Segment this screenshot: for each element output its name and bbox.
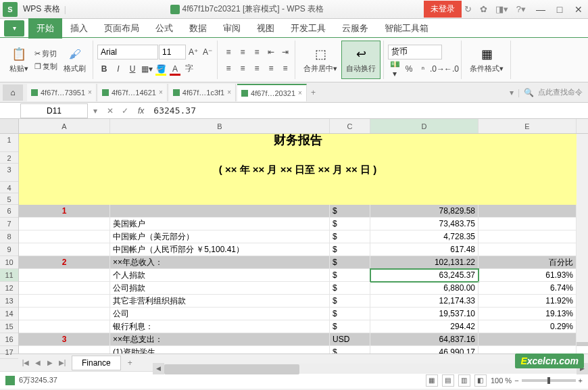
- cell-A6[interactable]: 1: [19, 205, 110, 218]
- cell-D10[interactable]: 102,131.22: [370, 256, 479, 269]
- doc-tab[interactable]: 4f67f…73951×: [27, 84, 97, 101]
- cell-B11[interactable]: 个人捐款: [110, 269, 330, 282]
- cell-A8[interactable]: [19, 230, 110, 243]
- cell-A16[interactable]: 3: [19, 333, 110, 346]
- menu-插入[interactable]: 插入: [62, 18, 96, 39]
- cell-D11[interactable]: 63,245.37: [370, 269, 479, 282]
- menu-开始[interactable]: 开始: [28, 18, 62, 39]
- cell-E13[interactable]: 11.92%: [479, 295, 577, 308]
- sheet-prev-button[interactable]: ◀: [32, 359, 43, 366]
- cell-C9[interactable]: $: [330, 243, 370, 256]
- doc-tab[interactable]: 4f67f…1c3f1×: [169, 84, 236, 101]
- cell-C7[interactable]: $: [330, 218, 370, 230]
- sync-icon[interactable]: ↻: [462, 3, 474, 16]
- search-command-input[interactable]: 点此查找命令: [538, 87, 583, 97]
- font-color-button[interactable]: A: [168, 62, 182, 76]
- indent-left-button[interactable]: ⇤: [264, 45, 278, 59]
- search-icon[interactable]: 🔍: [524, 88, 534, 97]
- formula-input[interactable]: 63245.37: [149, 105, 588, 116]
- merge-center-button[interactable]: ⬚ 合并居中▾: [299, 41, 341, 79]
- table-row[interactable]: 个人捐款$63,245.3761.93%: [19, 269, 588, 282]
- paste-button[interactable]: 📋 粘贴▾: [5, 45, 32, 75]
- minimize-button[interactable]: —: [531, 2, 550, 17]
- skin-icon[interactable]: ◨▾: [493, 3, 511, 16]
- row-header-6[interactable]: 6: [0, 205, 18, 218]
- decrease-font-button[interactable]: A⁻: [201, 45, 214, 59]
- cell-A7[interactable]: [19, 218, 110, 230]
- cell-B14[interactable]: 公司: [110, 308, 330, 320]
- cell-A14[interactable]: [19, 308, 110, 320]
- cell-D15[interactable]: 294.42: [370, 320, 479, 333]
- row-header-15[interactable]: 15: [0, 320, 18, 333]
- cut-button[interactable]: ✂剪切: [32, 48, 59, 59]
- cell-A11[interactable]: [19, 269, 110, 282]
- align-bottom-button[interactable]: ≡: [250, 45, 264, 59]
- row-header-17[interactable]: 17: [0, 346, 18, 359]
- align-center-button[interactable]: ≡: [236, 62, 249, 75]
- cell-E7[interactable]: [479, 218, 577, 230]
- sheet-first-button[interactable]: |◀: [20, 359, 31, 366]
- row-header-4[interactable]: 4: [0, 182, 18, 193]
- row-header-16[interactable]: 16: [0, 333, 18, 346]
- home-tab-icon[interactable]: ⌂: [3, 84, 23, 101]
- add-tab-button[interactable]: +: [307, 88, 320, 97]
- help-icon[interactable]: ?▾: [514, 3, 529, 16]
- cell-C12[interactable]: $: [330, 282, 370, 295]
- row-header-12[interactable]: 12: [0, 282, 18, 295]
- currency-button[interactable]: 💵▾: [388, 62, 401, 76]
- row-header-13[interactable]: 13: [0, 295, 18, 308]
- doc-tab[interactable]: 4f67f…14621×: [98, 84, 168, 101]
- cell-E11[interactable]: 61.93%: [479, 269, 577, 282]
- col-header-B[interactable]: B: [110, 119, 330, 133]
- table-row[interactable]: 美国账户$73,483.75: [19, 218, 588, 230]
- cancel-edit-button[interactable]: ✕: [103, 103, 118, 118]
- zoom-slider[interactable]: [522, 379, 576, 382]
- login-badge[interactable]: 未登录: [424, 1, 462, 18]
- phonetic-button[interactable]: 字: [182, 62, 196, 76]
- row-header-7[interactable]: 7: [0, 218, 18, 230]
- cell-A17[interactable]: [19, 346, 110, 354]
- align-top-button[interactable]: ≡: [222, 45, 235, 59]
- cell-A12[interactable]: [19, 282, 110, 295]
- cell-E12[interactable]: 6.74%: [479, 282, 577, 295]
- cell-C8[interactable]: $: [330, 230, 370, 243]
- cell-B7[interactable]: 美国账户: [110, 218, 330, 230]
- menu-页面布局[interactable]: 页面布局: [96, 18, 147, 39]
- confirm-edit-button[interactable]: ✓: [118, 103, 132, 118]
- fx-icon[interactable]: fx: [132, 106, 149, 116]
- table-row[interactable]: 中国账户（美元部分）$4,728.35: [19, 230, 588, 243]
- cell-D7[interactable]: 73,483.75: [370, 218, 479, 230]
- cell-D13[interactable]: 12,174.33: [370, 295, 479, 308]
- cell-A13[interactable]: [19, 295, 110, 308]
- cell-B10[interactable]: ××年总收入：: [110, 256, 330, 269]
- align-middle-button[interactable]: ≡: [236, 45, 249, 59]
- file-menu-icon[interactable]: ▾: [4, 20, 24, 36]
- border-button[interactable]: ▦▾: [140, 62, 153, 76]
- fill-color-button[interactable]: 🪣: [154, 62, 168, 76]
- number-format-select[interactable]: [388, 45, 442, 59]
- menu-公式[interactable]: 公式: [147, 18, 181, 39]
- close-tab-icon[interactable]: ×: [88, 89, 92, 96]
- zoom-in-button[interactable]: +: [579, 376, 583, 385]
- cell-D9[interactable]: 617.48: [370, 243, 479, 256]
- cell-B15[interactable]: 银行利息：: [110, 320, 330, 333]
- row-header-5[interactable]: 5: [0, 193, 18, 205]
- normal-view-button[interactable]: ▦: [426, 374, 438, 387]
- cell-D16[interactable]: 64,837.16: [370, 333, 479, 346]
- col-header-C[interactable]: C: [330, 119, 370, 133]
- zoom-out-button[interactable]: −: [514, 376, 518, 385]
- cell-C16[interactable]: USD: [330, 333, 370, 346]
- cell-E8[interactable]: [479, 230, 577, 243]
- table-row[interactable]: 公司$19,537.1019.13%: [19, 308, 588, 320]
- settings-icon[interactable]: ✿: [477, 3, 490, 16]
- namebox-dropdown[interactable]: ▾: [88, 103, 103, 118]
- table-row[interactable]: 银行利息：$294.420.29%: [19, 320, 588, 333]
- cell-E6[interactable]: [479, 205, 577, 218]
- menu-云服务[interactable]: 云服务: [334, 18, 376, 39]
- vertical-scrollbar[interactable]: [577, 134, 588, 342]
- row-header-1[interactable]: 1: [0, 134, 18, 152]
- size-select[interactable]: [159, 45, 186, 59]
- horizontal-scrollbar[interactable]: [164, 364, 299, 374]
- name-box[interactable]: [20, 103, 88, 118]
- col-header-D[interactable]: D: [370, 119, 479, 133]
